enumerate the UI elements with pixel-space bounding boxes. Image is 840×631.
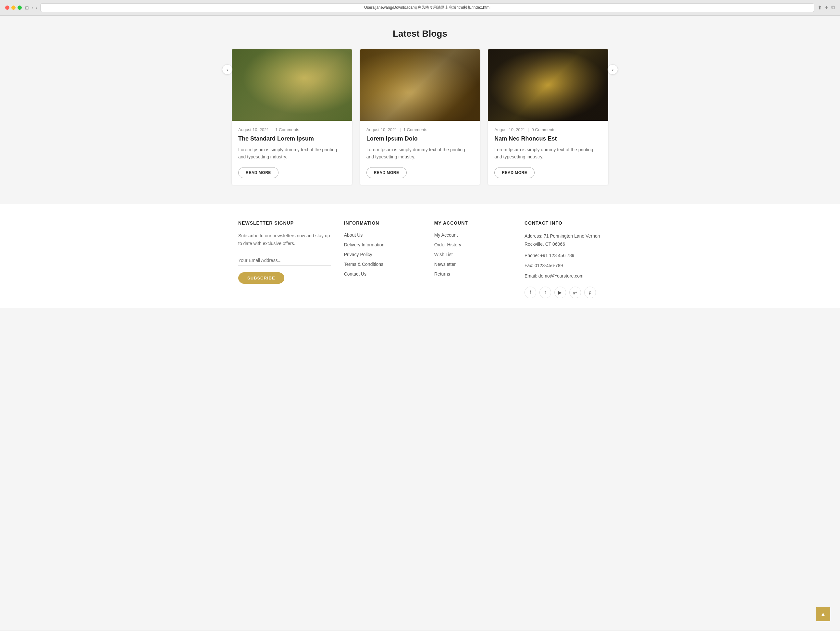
pinterest-icon[interactable]: p: [584, 287, 596, 298]
list-item: Order History: [434, 242, 512, 248]
blog-image-2: [360, 49, 480, 121]
my-account-link[interactable]: My Account: [434, 232, 458, 238]
order-history-link[interactable]: Order History: [434, 242, 461, 247]
wish-list-link[interactable]: Wish List: [434, 252, 453, 257]
list-item: Returns: [434, 271, 512, 277]
information-title: INFORMATION: [344, 221, 421, 226]
tabs-icon[interactable]: ⧉: [831, 5, 835, 11]
contact-us-link[interactable]: Contact Us: [344, 271, 366, 276]
blog-card-1: August 10, 2021 | 1 Comments The Standar…: [232, 49, 352, 185]
blog-comments-2: 1 Comments: [403, 127, 428, 132]
contact-info-text: Address: 71 Pennington Lane Vernon Rockv…: [524, 232, 602, 280]
blog-meta-2: August 10, 2021 | 1 Comments: [366, 127, 474, 132]
section-title: Latest Blogs: [232, 28, 608, 39]
blogs-section: Latest Blogs ‹ › August 10, 2021 | 1 Com…: [225, 28, 615, 185]
list-item: Privacy Policy: [344, 252, 421, 257]
contact-fax: Fax: 0123-456-789: [524, 262, 602, 270]
blog-excerpt-3: Lorem Ipsum is simply dummy text of the …: [494, 146, 602, 161]
contact-info-title: CONTACT INFO: [524, 221, 602, 226]
subscribe-button[interactable]: SUBSCRIBE: [238, 272, 284, 284]
blog-excerpt-1: Lorem Ipsum is simply dummy text of the …: [238, 146, 346, 161]
newsletter-email-input[interactable]: [238, 255, 331, 265]
carousel-prev-button[interactable]: ‹: [222, 64, 232, 75]
blog-date-3: August 10, 2021: [494, 127, 525, 132]
blog-date-2: August 10, 2021: [366, 127, 397, 132]
carousel-next-button[interactable]: ›: [608, 64, 618, 75]
blog-card-3: August 10, 2021 | 0 Comments Nam Nec Rho…: [488, 49, 608, 185]
back-icon[interactable]: ‹: [32, 5, 33, 10]
blog-card-body-1: August 10, 2021 | 1 Comments The Standar…: [232, 121, 352, 185]
my-account-title: MY ACCOUNT: [434, 221, 512, 226]
footer-my-account-col: MY ACCOUNT My Account Order History Wish…: [434, 221, 512, 298]
close-button[interactable]: [5, 6, 9, 10]
read-more-button-3[interactable]: READ MORE: [494, 167, 535, 178]
footer-newsletter-col: NEWSLETTER SIGNUP Subscribe to our newsl…: [238, 221, 331, 298]
list-item: Terms & Conditions: [344, 261, 421, 267]
blog-meta-3: August 10, 2021 | 0 Comments: [494, 127, 602, 132]
share-icon[interactable]: ⬆: [818, 5, 822, 11]
blog-excerpt-2: Lorem Ipsum is simply dummy text of the …: [366, 146, 474, 161]
browser-controls: ⊞ ‹ ›: [25, 5, 37, 10]
contact-phone: Phone: +91 123 456 789: [524, 252, 602, 260]
about-us-link[interactable]: About Us: [344, 232, 363, 238]
list-item: Contact Us: [344, 271, 421, 277]
traffic-lights: [5, 6, 22, 10]
blog-title-1: The Standard Lorem Ipsum: [238, 136, 346, 142]
blog-comments-3: 0 Comments: [531, 127, 555, 132]
blog-image-3: [488, 49, 608, 121]
blog-title-2: Lorem Ipsum Dolo: [366, 136, 474, 142]
contact-email: Email: demo@Yourstore.com: [524, 272, 602, 280]
blog-title-3: Nam Nec Rhoncus Est: [494, 136, 602, 142]
page-content: Latest Blogs ‹ › August 10, 2021 | 1 Com…: [0, 16, 840, 630]
newsletter-title: NEWSLETTER SIGNUP: [238, 221, 331, 226]
footer-inner: NEWSLETTER SIGNUP Subscribe to our newsl…: [225, 221, 615, 298]
footer: NEWSLETTER SIGNUP Subscribe to our newsl…: [0, 204, 840, 308]
contact-address: Address: 71 Pennington Lane Vernon Rockv…: [524, 232, 602, 248]
newsletter-input-wrap: [238, 255, 331, 266]
address-bar[interactable]: Users/janewang/Downloads/清爽风格食用油网上商城html…: [40, 3, 814, 12]
browser-chrome: ⊞ ‹ › Users/janewang/Downloads/清爽风格食用油网上…: [0, 0, 840, 16]
blog-meta-1: August 10, 2021 | 1 Comments: [238, 127, 346, 132]
blog-cards: August 10, 2021 | 1 Comments The Standar…: [232, 49, 608, 185]
read-more-button-2[interactable]: READ MORE: [366, 167, 407, 178]
information-links: About Us Delivery Information Privacy Po…: [344, 232, 421, 277]
blog-comments-1: 1 Comments: [275, 127, 299, 132]
forward-icon[interactable]: ›: [36, 5, 37, 10]
list-item: About Us: [344, 232, 421, 238]
privacy-policy-link[interactable]: Privacy Policy: [344, 252, 372, 257]
blog-card-body-3: August 10, 2021 | 0 Comments Nam Nec Rho…: [488, 121, 608, 185]
footer-contact-col: CONTACT INFO Address: 71 Pennington Lane…: [524, 221, 602, 298]
scroll-top-button[interactable]: ▲: [816, 607, 830, 621]
browser-actions: ⬆ + ⧉: [818, 5, 835, 11]
read-more-button-1[interactable]: READ MORE: [238, 167, 278, 178]
newsletter-description: Subscribe to our newsletters now and sta…: [238, 232, 331, 248]
facebook-icon[interactable]: f: [524, 287, 536, 298]
fullscreen-button[interactable]: [17, 6, 22, 10]
footer-information-col: INFORMATION About Us Delivery Informatio…: [344, 221, 421, 298]
list-item: My Account: [434, 232, 512, 238]
blog-card-2: August 10, 2021 | 1 Comments Lorem Ipsum…: [360, 49, 480, 185]
newsletter-link[interactable]: Newsletter: [434, 262, 456, 267]
new-tab-icon[interactable]: +: [825, 5, 828, 11]
returns-link[interactable]: Returns: [434, 271, 450, 276]
blog-date-1: August 10, 2021: [238, 127, 269, 132]
social-icons: f t ▶ g+ p: [524, 287, 602, 298]
my-account-links: My Account Order History Wish List Newsl…: [434, 232, 512, 277]
delivery-info-link[interactable]: Delivery Information: [344, 242, 385, 247]
youtube-icon[interactable]: ▶: [554, 287, 566, 298]
list-item: Delivery Information: [344, 242, 421, 248]
sidebar-toggle-icon[interactable]: ⊞: [25, 5, 29, 10]
blog-image-1: [232, 49, 352, 121]
minimize-button[interactable]: [11, 6, 16, 10]
terms-conditions-link[interactable]: Terms & Conditions: [344, 262, 383, 267]
googleplus-icon[interactable]: g+: [569, 287, 581, 298]
list-item: Wish List: [434, 252, 512, 257]
twitter-icon[interactable]: t: [540, 287, 551, 298]
blog-card-body-2: August 10, 2021 | 1 Comments Lorem Ipsum…: [360, 121, 480, 185]
list-item: Newsletter: [434, 261, 512, 267]
